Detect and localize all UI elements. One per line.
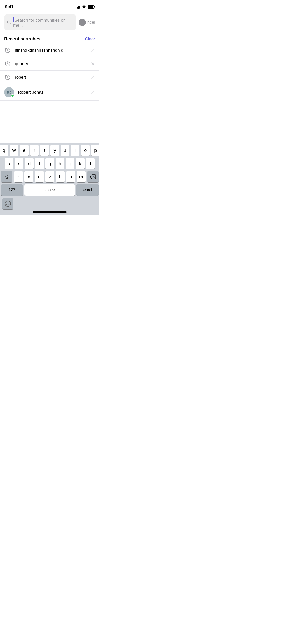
key-i[interactable]: i — [71, 145, 79, 156]
recent-searches-header: Recent searches Clear — [0, 32, 99, 44]
key-p[interactable]: p — [91, 145, 99, 156]
keyboard-row-1: q w e r t y u i o p — [1, 145, 99, 156]
status-bar: 9:41 — [0, 0, 99, 12]
key-r[interactable]: r — [30, 145, 39, 156]
key-y[interactable]: y — [50, 145, 59, 156]
key-d[interactable]: d — [25, 158, 34, 169]
key-a[interactable]: a — [5, 158, 13, 169]
key-f[interactable]: f — [35, 158, 44, 169]
search-item-text: Robert Jonas — [18, 90, 87, 95]
emoji-key[interactable] — [2, 198, 13, 209]
key-o[interactable]: o — [81, 145, 90, 156]
svg-point-12 — [5, 201, 11, 207]
search-item-text: jfjnsndkdnsnnssnnsndn d — [15, 48, 87, 53]
key-q[interactable]: q — [0, 145, 8, 156]
svg-line-1 — [10, 23, 11, 24]
key-s[interactable]: s — [15, 158, 23, 169]
key-l[interactable]: l — [86, 158, 95, 169]
list-item[interactable]: robert — [0, 71, 99, 84]
delete-key[interactable] — [87, 171, 99, 182]
history-icon — [4, 47, 11, 54]
key-n[interactable]: n — [66, 171, 75, 182]
search-placeholder: Search for communities or me... — [13, 18, 65, 28]
key-h[interactable]: h — [56, 158, 64, 169]
remove-icon[interactable] — [91, 75, 95, 80]
key-m[interactable]: m — [77, 171, 86, 182]
search-bar-container: Search for communities or me... ncel — [0, 12, 99, 32]
svg-point-14 — [9, 203, 9, 203]
space-key[interactable]: space — [24, 184, 75, 196]
cancel-avatar — [79, 19, 86, 26]
wifi-icon — [82, 5, 86, 9]
search-input-wrapper[interactable]: Search for communities or me... — [4, 14, 76, 30]
avatar: RJ — [4, 87, 14, 97]
search-items-list: jfjnsndkdnsnnssnnsndn d quarter robert — [0, 44, 99, 101]
key-e[interactable]: e — [20, 145, 29, 156]
key-v[interactable]: v — [45, 171, 54, 182]
search-input[interactable]: Search for communities or me... — [13, 17, 73, 28]
cursor — [13, 17, 14, 22]
status-icons — [76, 5, 94, 9]
list-item[interactable]: RJ Robert Jonas — [0, 84, 99, 101]
remove-icon[interactable] — [91, 90, 95, 95]
shift-key[interactable] — [1, 171, 12, 182]
key-b[interactable]: b — [56, 171, 65, 182]
numbers-key[interactable]: 123 — [1, 184, 23, 196]
key-x[interactable]: x — [24, 171, 33, 182]
history-icon — [4, 60, 11, 67]
key-j[interactable]: j — [66, 158, 74, 169]
online-indicator — [11, 94, 14, 97]
key-z[interactable]: z — [14, 171, 23, 182]
keyboard-row-4: 123 space search — [1, 184, 99, 196]
search-icon — [7, 20, 11, 24]
signal-icon — [76, 5, 80, 9]
status-time: 9:41 — [5, 4, 13, 9]
svg-point-13 — [7, 203, 7, 203]
battery-icon — [88, 5, 94, 9]
keyboard-row-2: a s d f g h j k l — [1, 158, 99, 169]
remove-icon[interactable] — [91, 62, 95, 66]
recent-searches-title: Recent searches — [4, 36, 40, 42]
search-key[interactable]: search — [76, 184, 99, 196]
list-item[interactable]: quarter — [0, 57, 99, 71]
key-c[interactable]: c — [35, 171, 44, 182]
search-item-text: quarter — [15, 61, 87, 66]
key-g[interactable]: g — [45, 158, 54, 169]
clear-button[interactable]: Clear — [85, 37, 95, 42]
history-icon — [4, 74, 11, 81]
keyboard: q w e r t y u i o p a s d f g h j k l z … — [0, 143, 99, 215]
avatar-initials: RJ — [7, 90, 11, 95]
key-k[interactable]: k — [76, 158, 85, 169]
search-item-text: robert — [15, 75, 87, 80]
cancel-button[interactable]: ncel — [79, 19, 95, 26]
key-u[interactable]: u — [61, 145, 69, 156]
key-t[interactable]: t — [40, 145, 49, 156]
list-item[interactable]: jfjnsndkdnsnnssnnsndn d — [0, 44, 99, 57]
remove-icon[interactable] — [91, 48, 95, 53]
cancel-label: ncel — [87, 20, 95, 25]
home-indicator — [33, 211, 67, 213]
key-w[interactable]: w — [10, 145, 18, 156]
keyboard-row-3: z x c v b n m — [1, 171, 99, 182]
